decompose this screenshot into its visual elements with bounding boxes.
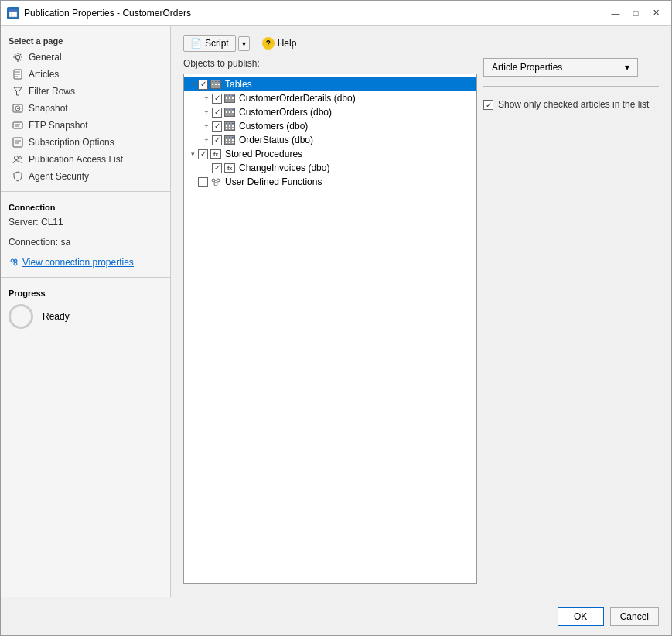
- right-panel: Article Properties ▾ Show only checked a…: [483, 58, 659, 584]
- script-button[interactable]: 📄 Script: [183, 35, 236, 52]
- svg-point-12: [17, 108, 19, 109]
- svg-point-17: [11, 259, 14, 262]
- user-defined-functions-label: User Defined Functions: [225, 176, 322, 187]
- expand-stored-procs[interactable]: ▾: [187, 149, 198, 159]
- checkbox-customer-order-details[interactable]: [212, 94, 222, 104]
- maximize-button[interactable]: □: [626, 5, 645, 21]
- connection-info: Connection: sa: [1, 234, 170, 251]
- general-label: General: [29, 52, 62, 63]
- app-icon: [7, 7, 19, 19]
- table-icon-c: [223, 120, 236, 132]
- subscription-options-label: Subscription Options: [29, 137, 114, 148]
- show-checked-area: Show only checked articles in the list: [483, 96, 659, 115]
- svg-point-22: [217, 179, 220, 182]
- expand-customer-orders[interactable]: +: [201, 107, 212, 118]
- checkbox-customers[interactable]: [212, 121, 222, 132]
- tree-node-customers[interactable]: +: [184, 119, 476, 133]
- right-separator: [483, 86, 659, 87]
- sidebar-item-publication-access-list[interactable]: Publication Access List: [1, 151, 170, 168]
- sidebar-item-agent-security[interactable]: Agent Security: [1, 168, 170, 185]
- script-dropdown-button[interactable]: ▾: [238, 36, 250, 51]
- publication-access-label: Publication Access List: [29, 154, 123, 165]
- table-icon-cod: [223, 92, 236, 104]
- article-properties-button[interactable]: Article Properties ▾: [483, 58, 638, 77]
- help-button[interactable]: ? Help: [256, 35, 303, 52]
- select-page-title: Select a page: [1, 32, 170, 49]
- help-label: Help: [278, 38, 297, 49]
- proc-icon-ci: fx: [223, 162, 236, 174]
- expand-tables[interactable]: ▾: [187, 79, 198, 90]
- svg-rect-13: [13, 122, 22, 128]
- customers-label: Customers (dbo): [239, 121, 308, 132]
- sidebar-item-filter-rows[interactable]: Filter Rows: [1, 83, 170, 100]
- ftp-snapshot-label: FTP Snapshot: [29, 120, 88, 131]
- expand-order-status[interactable]: +: [201, 135, 212, 145]
- checkbox-tables[interactable]: [198, 80, 208, 90]
- svg-rect-14: [13, 138, 22, 147]
- checkbox-order-status[interactable]: [212, 135, 222, 145]
- table-icon-co: [223, 106, 236, 118]
- customer-order-details-label: CustomerOrderDetails (dbo): [239, 93, 356, 104]
- table-folder-icon: [210, 78, 222, 91]
- subscription-icon: [12, 136, 24, 149]
- content-area: Select a page General Articles Filter Ro…: [1, 26, 671, 597]
- title-controls: — □ ✕: [606, 5, 665, 21]
- sidebar: Select a page General Articles Filter Ro…: [1, 26, 171, 597]
- ok-button[interactable]: OK: [558, 607, 604, 626]
- articles-label: Articles: [29, 69, 59, 80]
- change-invoices-label: ChangeInvoices (dbo): [239, 162, 329, 173]
- view-link-text: View connection properties: [22, 257, 134, 268]
- checkbox-udf[interactable]: [198, 177, 208, 187]
- checkbox-stored-procs[interactable]: [198, 149, 208, 159]
- tree-container[interactable]: ▾: [183, 74, 477, 584]
- tree-node-order-status[interactable]: +: [184, 133, 476, 147]
- tree-node-tables[interactable]: ▾: [184, 77, 476, 91]
- tree-node-customer-order-details[interactable]: +: [184, 91, 476, 105]
- svg-marker-9: [14, 87, 22, 95]
- table-icon-os: [223, 134, 236, 146]
- connection-link-icon: [9, 257, 19, 268]
- window-title: Publication Properties - CustomerOrders: [24, 8, 191, 19]
- help-icon: ?: [262, 37, 275, 50]
- ftp-icon: [12, 119, 24, 132]
- expand-customers[interactable]: +: [201, 121, 212, 132]
- title-bar: Publication Properties - CustomerOrders …: [1, 1, 671, 26]
- svg-point-18: [14, 262, 17, 265]
- progress-area: Ready: [1, 299, 170, 333]
- filter-rows-label: Filter Rows: [29, 86, 75, 97]
- main-content: Objects to publish: ▾: [177, 58, 665, 590]
- show-only-checked-checkbox[interactable]: [483, 100, 493, 110]
- progress-section: Progress: [1, 284, 170, 299]
- sidebar-item-general[interactable]: General: [1, 49, 170, 66]
- articles-icon: [12, 68, 24, 80]
- agent-security-label: Agent Security: [29, 171, 89, 182]
- minimize-button[interactable]: —: [606, 5, 625, 21]
- sidebar-item-subscription-options[interactable]: Subscription Options: [1, 134, 170, 151]
- tree-node-customer-orders[interactable]: +: [184, 105, 476, 119]
- view-connection-link[interactable]: View connection properties: [1, 254, 170, 271]
- cancel-button[interactable]: Cancel: [610, 607, 659, 626]
- article-props-label: Article Properties: [492, 62, 562, 73]
- close-button[interactable]: ✕: [646, 5, 665, 21]
- sidebar-item-snapshot[interactable]: Snapshot: [1, 100, 170, 117]
- progress-spinner: [9, 304, 33, 329]
- sidebar-item-ftp-snapshot[interactable]: FTP Snapshot: [1, 117, 170, 134]
- tree-node-stored-procedures[interactable]: ▾ fx Stored Procedures: [184, 147, 476, 161]
- stored-procedures-label: Stored Procedures: [225, 149, 302, 159]
- proc-folder-icon: fx: [210, 148, 222, 160]
- svg-rect-1: [9, 9, 17, 12]
- toolbar: 📄 Script ▾ ? Help: [177, 32, 665, 58]
- customer-orders-label: CustomerOrders (dbo): [239, 107, 332, 118]
- sidebar-item-articles[interactable]: Articles: [1, 66, 170, 83]
- checkbox-customer-orders[interactable]: [212, 108, 222, 118]
- svg-point-21: [212, 179, 215, 182]
- articles-panel: Objects to publish: ▾: [183, 58, 477, 584]
- svg-point-4: [16, 56, 20, 60]
- server-info: Server: CL11: [1, 214, 170, 231]
- main-panel: 📄 Script ▾ ? Help Objects to publish:: [171, 26, 671, 597]
- tree-node-change-invoices[interactable]: + fx ChangeInvoices (dbo): [184, 161, 476, 175]
- tree-node-user-defined-functions[interactable]: User Defined Functions: [184, 175, 476, 189]
- expand-customer-order-details[interactable]: +: [201, 93, 212, 104]
- sidebar-divider-2: [1, 277, 170, 278]
- checkbox-change-invoices[interactable]: [212, 163, 222, 173]
